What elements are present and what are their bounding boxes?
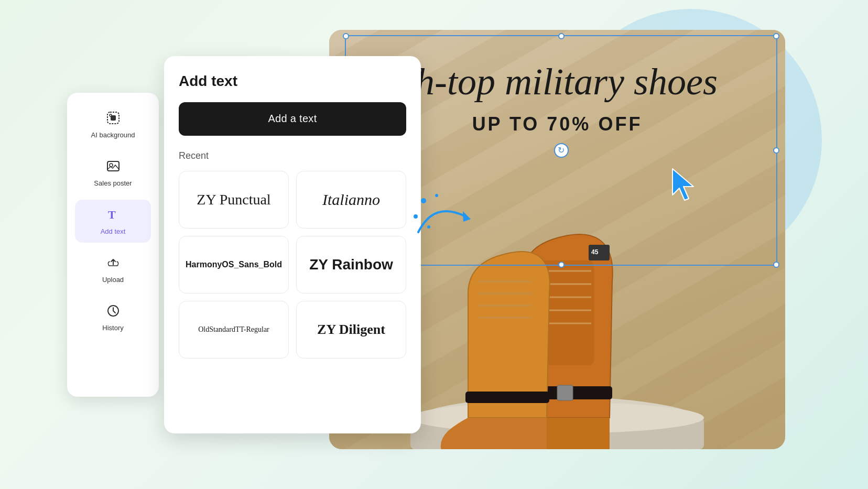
sidebar-label-upload: Upload [102,276,124,284]
sidebar-item-history[interactable]: History [75,296,151,339]
add-text-button[interactable]: Add a text [179,102,406,136]
history-icon [106,303,121,321]
sidebar-label-history: History [102,324,123,332]
svg-point-23 [427,225,430,229]
svg-marker-18 [672,169,693,200]
sidebar-item-ai-background[interactable]: AI background [75,103,151,146]
panel-title: Add text [179,73,406,90]
svg-rect-17 [465,392,549,403]
upload-icon [106,255,121,273]
svg-rect-27 [107,161,119,171]
poster-headline: gh-top military shoes [376,61,739,103]
add-text-icon: T [106,207,121,224]
sidebar-label-sales-poster: Sales poster [94,179,132,187]
font-name-italianno: Italianno [322,191,380,209]
font-name-harmony-sans: HarmonyOS_Sans_Bold [186,260,282,269]
fonts-grid: ZY Punctual Italianno HarmonyOS_Sans_Bol… [179,171,406,358]
sales-poster-icon [106,159,121,176]
svg-point-28 [110,164,113,167]
selection-handle-mr[interactable] [773,147,779,154]
sidebar-item-sales-poster[interactable]: Sales poster [75,151,151,194]
sidebar-item-upload[interactable]: Upload [75,248,151,291]
sidebar: AI background Sales poster T Add text [67,93,159,397]
font-name-zy-rainbow: ZY Rainbow [309,256,393,273]
svg-text:45: 45 [591,248,599,256]
font-name-zy-diligent: ZY Diligent [317,322,385,338]
poster-subtext: UP TO 70% OFF [472,113,643,135]
svg-marker-19 [463,211,471,222]
font-card-zy-diligent[interactable]: ZY Diligent [296,301,406,358]
selection-handle-tl[interactable] [343,33,349,39]
font-card-harmony-sans[interactable]: HarmonyOS_Sans_Bold [179,236,289,294]
svg-point-26 [110,114,112,116]
blue-cursor [670,166,701,205]
sidebar-item-add-text[interactable]: T Add text [75,200,151,243]
font-card-zy-punctual[interactable]: ZY Punctual [179,171,289,229]
svg-point-21 [414,214,418,219]
selection-handle-br[interactable] [773,262,779,268]
ai-background-icon [106,111,121,128]
add-text-panel: Add text Add a text Recent ZY Punctual I… [164,56,421,433]
selection-handle-tm[interactable] [558,33,565,39]
sidebar-label-ai-background: AI background [91,131,135,139]
scene-wrapper: gh-top military shoes UP TO 70% OFF [67,19,801,470]
sidebar-label-add-text: Add text [101,227,126,235]
recent-label: Recent [179,150,406,161]
font-card-zy-rainbow[interactable]: ZY Rainbow [296,236,406,294]
font-name-old-standard: OldStandardTT-Regular [198,325,269,334]
selection-handle-tr[interactable] [773,33,779,39]
svg-rect-10 [557,385,573,400]
curved-arrow-decoration [413,190,476,255]
font-name-zy-punctual: ZY Punctual [197,191,270,208]
rotate-handle[interactable]: ↻ [554,143,569,158]
svg-point-22 [435,194,438,197]
svg-point-20 [421,198,426,203]
svg-text:T: T [108,208,116,221]
font-card-old-standard[interactable]: OldStandardTT-Regular [179,301,289,358]
font-card-italianno[interactable]: Italianno [296,171,406,229]
